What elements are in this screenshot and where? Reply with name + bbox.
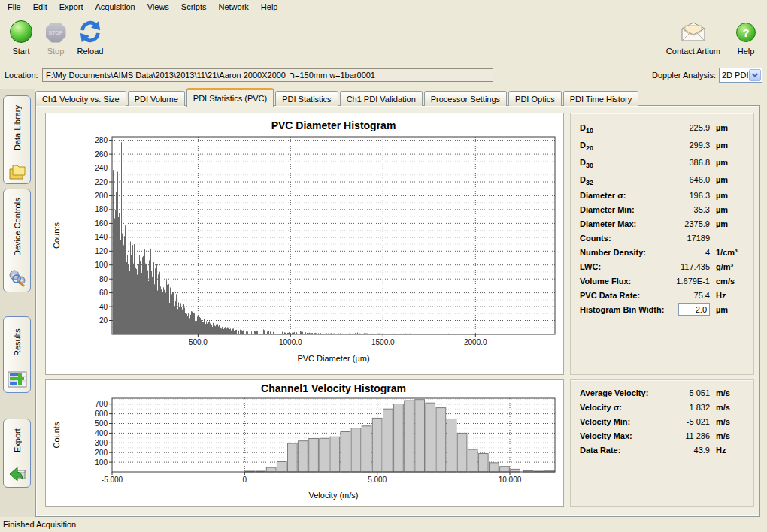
pvc-stat-row-histogram-bin-width: Histogram Bin Width:µm [571,302,753,316]
reload-icon [79,20,102,43]
svg-text:Counts: Counts [52,422,61,448]
stat-unit: µm [716,205,749,214]
stat-unit: µm [716,141,749,150]
stat-unit: g/m³ [716,262,749,271]
stat-label: PVC Data Rate: [580,291,640,300]
doppler-analysis-select[interactable]: 2D PDI [719,68,762,83]
svg-text:20: 20 [99,316,108,325]
stat-label: D30 [580,158,593,167]
tab-processor-settings[interactable]: Processor Settings [424,91,507,106]
stat-label: Histogram Bin Width: [580,305,664,314]
sidebar-item-label: Results [13,317,22,370]
svg-text:80: 80 [99,275,108,283]
stat-label: Volume Flux: [580,277,631,286]
menu-item-views[interactable]: Views [141,1,175,13]
sidebar-item-results[interactable]: Results [3,316,31,393]
tab-pdi-optics[interactable]: PDI Optics [508,91,562,106]
svg-text:200: 200 [95,449,108,457]
svg-text:0: 0 [243,476,247,484]
stat-unit: µm [716,175,749,184]
menu-item-scripts[interactable]: Scripts [175,1,213,13]
velocity-stat-row-velocity: Velocity σ:1 832m/s [571,400,753,414]
svg-text:10.000: 10.000 [499,476,522,484]
svg-text:160: 160 [95,219,108,228]
svg-text:-5.000: -5.000 [102,476,123,484]
toolbar: Start STOP Stop Reload [0,15,767,65]
svg-text:100: 100 [95,458,108,467]
stat-unit: m/s [716,417,749,426]
stat-value: 2375.9 [684,219,710,228]
svg-text:Counts: Counts [52,222,61,249]
tab-strip: Ch1 Velocity vs. SizePDI VolumePDI Stati… [35,87,640,106]
sidebar-item-export[interactable]: Export [3,419,31,488]
svg-text:1500.0: 1500.0 [371,338,395,346]
reload-button[interactable]: Reload [77,20,104,56]
pvc-diameter-histogram-chart: 2040608010012014016018020022024026028050… [45,113,564,375]
menu-item-edit[interactable]: Edit [27,1,53,13]
sidebar-item-device-controls[interactable]: Device Controls [3,189,31,292]
velocity-stat-row-data-rate: Data Rate:43.9Hz [571,443,753,457]
stat-value: 1.679E-1 [676,277,710,286]
menu-item-file[interactable]: File [2,1,27,13]
tab-pdi-volume[interactable]: PDI Volume [128,91,185,106]
stat-label: Diameter Max: [580,219,636,228]
stat-label: Diameter Min: [580,205,635,214]
tab-pdi-time-history[interactable]: PDI Time History [563,91,639,106]
velocity-histogram-chart: 100200300400500600700-5.00005.00010.000C… [45,379,564,507]
histogram-bin-width-input[interactable] [678,303,710,316]
stat-unit: Hz [716,446,749,455]
tab-ch1-velocity-vs-size[interactable]: Ch1 Velocity vs. Size [35,91,126,106]
bar-chart-icon [8,370,27,388]
tab-ch1-pdi-validation[interactable]: Ch1 PDI Validation [340,91,423,106]
stat-unit: Hz [716,291,749,300]
stat-label: D20 [580,141,593,150]
menu-item-network[interactable]: Network [212,1,254,13]
stat-label: Number Density: [580,248,646,257]
gears-icon [8,268,27,288]
stat-label: Velocity σ: [580,403,622,412]
contact-artium-button[interactable]: Contact Artium [666,20,720,56]
sidebar-item-data-library[interactable]: Data Library [3,95,31,184]
stat-value: 5 051 [689,388,710,397]
svg-text:100: 100 [95,261,108,269]
doppler-analysis-label: Doppler Analysis: [652,71,716,80]
svg-text:120: 120 [95,247,108,255]
help-button[interactable]: ? Help [732,20,759,56]
status-bar: Finished Acquisition [0,517,767,532]
stat-unit: µm [716,123,749,132]
menu-item-export[interactable]: Export [53,1,89,13]
chevron-down-icon[interactable] [749,69,761,81]
stat-value: 35.3 [694,205,710,214]
doppler-analysis-value: 2D PDI [720,71,749,80]
svg-text:180: 180 [95,205,108,213]
start-button[interactable]: Start [8,20,35,56]
tab-content-pdi-statistics-pvc: 2040608010012014016018020022024026028050… [35,105,760,517]
location-input[interactable] [42,68,493,82]
folders-icon [8,163,27,180]
stat-label: D10 [580,123,593,132]
pvc-stat-row-diameter-min: Diameter Min:35.3µm [571,202,753,216]
envelope-icon [681,22,706,41]
tab-pdi-statistics-pvc[interactable]: PDI Statistics (PVC) [186,88,274,107]
location-label: Location: [5,71,42,80]
svg-text:1000.0: 1000.0 [279,338,302,346]
stat-unit: µm [716,305,749,314]
pvc-stat-row-number-density: Number Density:41/cm³ [571,245,753,259]
reload-button-label: Reload [77,47,104,56]
start-button-label: Start [12,47,29,56]
menu-item-help[interactable]: Help [255,1,284,13]
svg-text:280: 280 [95,136,108,144]
pvc-stat-row-d32: D32646.0µm [571,171,753,188]
velocity-stat-row-average-velocity: Average Velocity:5 051m/s [571,385,753,400]
tab-pdi-statistics[interactable]: PDI Statistics [275,91,338,106]
pvc-stat-row-counts: Counts:17189 [571,231,753,245]
velocity-stat-row-velocity-min: Velocity Min:-5 021m/s [571,414,753,428]
sidebar: Data LibraryDevice ControlsResultsExport [0,89,35,517]
menu-item-acquisition[interactable]: Acquisition [89,1,141,13]
stop-button[interactable]: STOP Stop [42,20,69,56]
stat-label: Velocity Min: [580,417,630,426]
menu-bar: FileEditExportAcquisitionViewsScriptsNet… [0,0,767,14]
stat-value: 1 832 [689,403,710,412]
stat-value: 299.3 [689,141,710,150]
stat-unit: m/s [716,403,749,412]
